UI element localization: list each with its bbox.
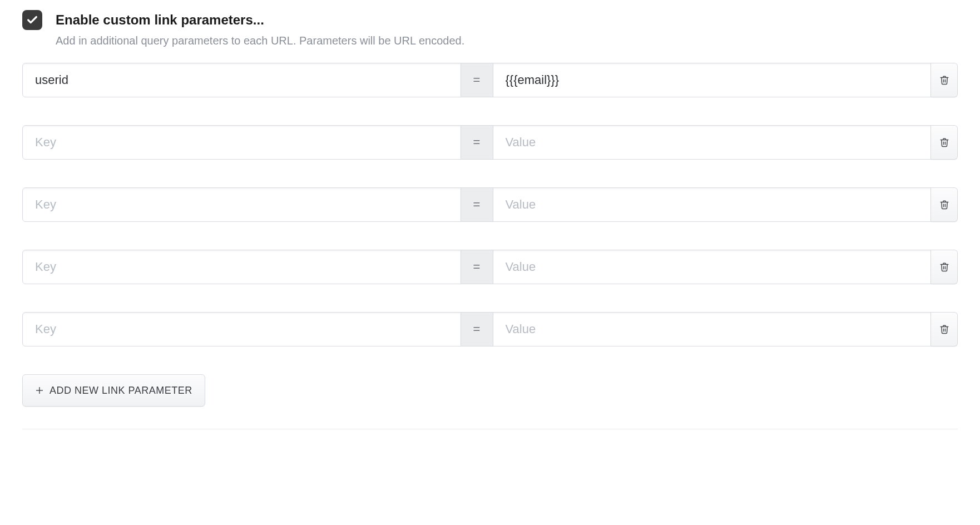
trash-icon bbox=[939, 262, 949, 272]
delete-parameter-button[interactable] bbox=[931, 63, 958, 97]
parameter-value-input[interactable] bbox=[493, 125, 932, 160]
equals-separator: = bbox=[461, 63, 493, 97]
checkmark-icon bbox=[26, 14, 38, 26]
parameter-row: = bbox=[22, 187, 958, 222]
trash-icon bbox=[939, 324, 949, 334]
trash-icon bbox=[939, 75, 949, 85]
parameter-key-input[interactable] bbox=[22, 312, 461, 346]
enable-custom-link-params-checkbox[interactable] bbox=[22, 10, 42, 30]
plus-icon bbox=[35, 386, 44, 395]
parameter-value-input[interactable] bbox=[493, 312, 932, 346]
parameter-value-input[interactable] bbox=[493, 187, 932, 222]
equals-separator: = bbox=[461, 187, 493, 222]
section-description: Add in additional query parameters to ea… bbox=[56, 34, 958, 47]
equals-separator: = bbox=[461, 250, 493, 284]
parameter-value-input[interactable] bbox=[493, 63, 932, 97]
delete-parameter-button[interactable] bbox=[931, 187, 958, 222]
equals-separator: = bbox=[461, 125, 493, 160]
delete-parameter-button[interactable] bbox=[931, 125, 958, 160]
parameter-row: = bbox=[22, 250, 958, 284]
parameter-key-input[interactable] bbox=[22, 125, 461, 160]
parameter-row: = bbox=[22, 312, 958, 346]
parameter-key-input[interactable] bbox=[22, 250, 461, 284]
section-heading: Enable custom link parameters... bbox=[56, 12, 264, 28]
section-divider bbox=[22, 429, 958, 429]
parameter-row: = bbox=[22, 125, 958, 160]
add-button-label: ADD NEW LINK PARAMETER bbox=[50, 385, 192, 397]
trash-icon bbox=[939, 137, 949, 147]
parameter-key-input[interactable] bbox=[22, 63, 461, 97]
parameter-row: = bbox=[22, 63, 958, 97]
add-new-link-parameter-button[interactable]: ADD NEW LINK PARAMETER bbox=[22, 374, 205, 407]
delete-parameter-button[interactable] bbox=[931, 250, 958, 284]
parameter-key-input[interactable] bbox=[22, 187, 461, 222]
parameter-value-input[interactable] bbox=[493, 250, 932, 284]
trash-icon bbox=[939, 200, 949, 210]
equals-separator: = bbox=[461, 312, 493, 346]
delete-parameter-button[interactable] bbox=[931, 312, 958, 346]
parameter-rows-container: = = = = = bbox=[22, 63, 958, 346]
